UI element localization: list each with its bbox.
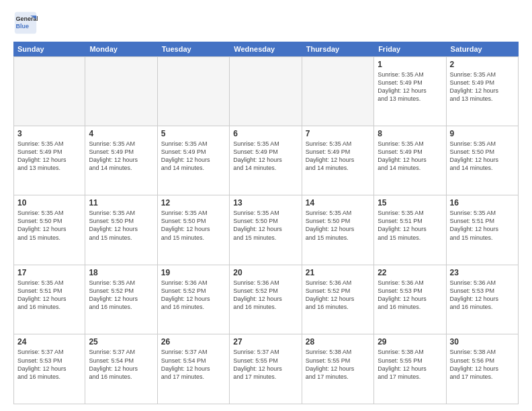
cell-info: Sunrise: 5:35 AM Sunset: 5:49 PM Dayligh… — [17, 140, 81, 173]
cell-info: Sunrise: 5:35 AM Sunset: 5:50 PM Dayligh… — [306, 209, 370, 242]
day-number: 24 — [17, 337, 81, 347]
day-number: 17 — [17, 268, 81, 277]
day-number: 6 — [233, 129, 298, 138]
calendar-cell: 23Sunrise: 5:36 AM Sunset: 5:53 PM Dayli… — [447, 265, 519, 334]
cell-info: Sunrise: 5:35 AM Sunset: 5:50 PM Dayligh… — [89, 209, 153, 242]
day-number: 15 — [378, 198, 442, 208]
cell-info: Sunrise: 5:35 AM Sunset: 5:50 PM Dayligh… — [161, 209, 226, 242]
calendar-cell: 29Sunrise: 5:38 AM Sunset: 5:55 PM Dayli… — [374, 334, 446, 404]
day-number: 8 — [378, 129, 442, 138]
cell-info: Sunrise: 5:35 AM Sunset: 5:52 PM Dayligh… — [89, 279, 153, 312]
calendar-cell: 15Sunrise: 5:35 AM Sunset: 5:51 PM Dayli… — [374, 195, 446, 265]
calendar-cell: 9Sunrise: 5:35 AM Sunset: 5:50 PM Daylig… — [447, 126, 519, 195]
header-day-tuesday: Tuesday — [158, 42, 230, 56]
calendar-cell — [158, 57, 230, 126]
day-number: 13 — [233, 198, 298, 208]
header: General Blue — [13, 11, 519, 35]
day-number: 29 — [378, 337, 442, 347]
cell-info: Sunrise: 5:35 AM Sunset: 5:49 PM Dayligh… — [378, 140, 442, 173]
header-day-wednesday: Wednesday — [230, 42, 302, 56]
cell-info: Sunrise: 5:36 AM Sunset: 5:53 PM Dayligh… — [450, 279, 515, 312]
cell-info: Sunrise: 5:35 AM Sunset: 5:49 PM Dayligh… — [450, 71, 515, 103]
calendar-cell: 26Sunrise: 5:37 AM Sunset: 5:54 PM Dayli… — [158, 334, 230, 404]
calendar-cell: 3Sunrise: 5:35 AM Sunset: 5:49 PM Daylig… — [13, 126, 85, 195]
calendar-cell: 17Sunrise: 5:35 AM Sunset: 5:51 PM Dayli… — [13, 265, 85, 334]
header-day-saturday: Saturday — [447, 42, 519, 56]
header-day-monday: Monday — [85, 42, 157, 56]
day-number: 19 — [161, 268, 226, 277]
day-number: 27 — [233, 337, 298, 347]
calendar-cell — [85, 57, 157, 126]
cell-info: Sunrise: 5:38 AM Sunset: 5:55 PM Dayligh… — [306, 348, 370, 381]
day-number: 26 — [161, 337, 226, 347]
cell-info: Sunrise: 5:35 AM Sunset: 5:51 PM Dayligh… — [17, 279, 81, 312]
day-number: 12 — [161, 198, 226, 208]
calendar-cell: 19Sunrise: 5:36 AM Sunset: 5:52 PM Dayli… — [158, 265, 230, 334]
day-number: 21 — [306, 268, 370, 277]
calendar-cell: 7Sunrise: 5:35 AM Sunset: 5:49 PM Daylig… — [302, 126, 374, 195]
cell-info: Sunrise: 5:35 AM Sunset: 5:51 PM Dayligh… — [450, 209, 515, 242]
calendar-cell: 22Sunrise: 5:36 AM Sunset: 5:53 PM Dayli… — [374, 265, 446, 334]
calendar-cell: 13Sunrise: 5:35 AM Sunset: 5:50 PM Dayli… — [230, 195, 302, 265]
cell-info: Sunrise: 5:37 AM Sunset: 5:55 PM Dayligh… — [233, 348, 298, 381]
cell-info: Sunrise: 5:37 AM Sunset: 5:53 PM Dayligh… — [17, 348, 81, 381]
day-number: 25 — [89, 337, 153, 347]
cell-info: Sunrise: 5:36 AM Sunset: 5:52 PM Dayligh… — [233, 279, 298, 312]
calendar-cell — [302, 57, 374, 126]
day-number: 5 — [161, 129, 226, 138]
day-number: 10 — [17, 198, 81, 208]
svg-text:Blue: Blue — [16, 23, 30, 30]
calendar-cell — [13, 57, 85, 126]
calendar-row: 17Sunrise: 5:35 AM Sunset: 5:51 PM Dayli… — [13, 265, 519, 335]
cell-info: Sunrise: 5:38 AM Sunset: 5:56 PM Dayligh… — [450, 348, 515, 381]
calendar-cell: 16Sunrise: 5:35 AM Sunset: 5:51 PM Dayli… — [447, 195, 519, 265]
calendar-row: 1Sunrise: 5:35 AM Sunset: 5:49 PM Daylig… — [13, 56, 519, 126]
cell-info: Sunrise: 5:36 AM Sunset: 5:53 PM Dayligh… — [378, 279, 442, 312]
header-day-friday: Friday — [374, 42, 446, 56]
calendar-cell — [230, 57, 302, 126]
calendar-cell: 18Sunrise: 5:35 AM Sunset: 5:52 PM Dayli… — [85, 265, 157, 334]
calendar-cell: 11Sunrise: 5:35 AM Sunset: 5:50 PM Dayli… — [85, 195, 157, 265]
calendar-cell: 10Sunrise: 5:35 AM Sunset: 5:50 PM Dayli… — [13, 195, 85, 265]
calendar-cell: 5Sunrise: 5:35 AM Sunset: 5:49 PM Daylig… — [158, 126, 230, 195]
calendar-cell: 25Sunrise: 5:37 AM Sunset: 5:54 PM Dayli… — [85, 334, 157, 404]
page: General Blue SundayMondayTuesdayWednesda… — [0, 0, 532, 411]
calendar-body: 1Sunrise: 5:35 AM Sunset: 5:49 PM Daylig… — [13, 56, 519, 404]
cell-info: Sunrise: 5:37 AM Sunset: 5:54 PM Dayligh… — [89, 348, 153, 381]
calendar-cell: 6Sunrise: 5:35 AM Sunset: 5:49 PM Daylig… — [230, 126, 302, 195]
cell-info: Sunrise: 5:37 AM Sunset: 5:54 PM Dayligh… — [161, 348, 226, 381]
cell-info: Sunrise: 5:35 AM Sunset: 5:49 PM Dayligh… — [306, 140, 370, 173]
calendar-row: 3Sunrise: 5:35 AM Sunset: 5:49 PM Daylig… — [13, 126, 519, 196]
cell-info: Sunrise: 5:35 AM Sunset: 5:51 PM Dayligh… — [378, 209, 442, 242]
cell-info: Sunrise: 5:36 AM Sunset: 5:52 PM Dayligh… — [306, 279, 370, 312]
calendar-cell: 2Sunrise: 5:35 AM Sunset: 5:49 PM Daylig… — [447, 57, 519, 126]
day-number: 30 — [450, 337, 515, 347]
calendar-cell: 24Sunrise: 5:37 AM Sunset: 5:53 PM Dayli… — [13, 334, 85, 404]
logo-icon: General Blue — [13, 11, 38, 35]
day-number: 23 — [450, 268, 515, 277]
cell-info: Sunrise: 5:35 AM Sunset: 5:50 PM Dayligh… — [17, 209, 81, 242]
calendar-cell: 12Sunrise: 5:35 AM Sunset: 5:50 PM Dayli… — [158, 195, 230, 265]
day-number: 22 — [378, 268, 442, 277]
cell-info: Sunrise: 5:35 AM Sunset: 5:49 PM Dayligh… — [378, 71, 442, 103]
day-number: 16 — [450, 198, 515, 208]
cell-info: Sunrise: 5:36 AM Sunset: 5:52 PM Dayligh… — [161, 279, 226, 312]
calendar-cell: 28Sunrise: 5:38 AM Sunset: 5:55 PM Dayli… — [302, 334, 374, 404]
day-number: 1 — [378, 60, 442, 69]
day-number: 4 — [89, 129, 153, 138]
day-number: 9 — [450, 129, 515, 138]
day-number: 7 — [306, 129, 370, 138]
header-day-sunday: Sunday — [13, 42, 85, 56]
calendar-row: 10Sunrise: 5:35 AM Sunset: 5:50 PM Dayli… — [13, 195, 519, 265]
day-number: 11 — [89, 198, 153, 208]
cell-info: Sunrise: 5:35 AM Sunset: 5:49 PM Dayligh… — [233, 140, 298, 173]
calendar-row: 24Sunrise: 5:37 AM Sunset: 5:53 PM Dayli… — [13, 334, 519, 404]
calendar-cell: 30Sunrise: 5:38 AM Sunset: 5:56 PM Dayli… — [447, 334, 519, 404]
cell-info: Sunrise: 5:38 AM Sunset: 5:55 PM Dayligh… — [378, 348, 442, 381]
calendar-header: SundayMondayTuesdayWednesdayThursdayFrid… — [13, 42, 519, 56]
cell-info: Sunrise: 5:35 AM Sunset: 5:50 PM Dayligh… — [450, 140, 515, 173]
calendar-cell: 20Sunrise: 5:36 AM Sunset: 5:52 PM Dayli… — [230, 265, 302, 334]
day-number: 20 — [233, 268, 298, 277]
cell-info: Sunrise: 5:35 AM Sunset: 5:49 PM Dayligh… — [89, 140, 153, 173]
cell-info: Sunrise: 5:35 AM Sunset: 5:49 PM Dayligh… — [161, 140, 226, 173]
